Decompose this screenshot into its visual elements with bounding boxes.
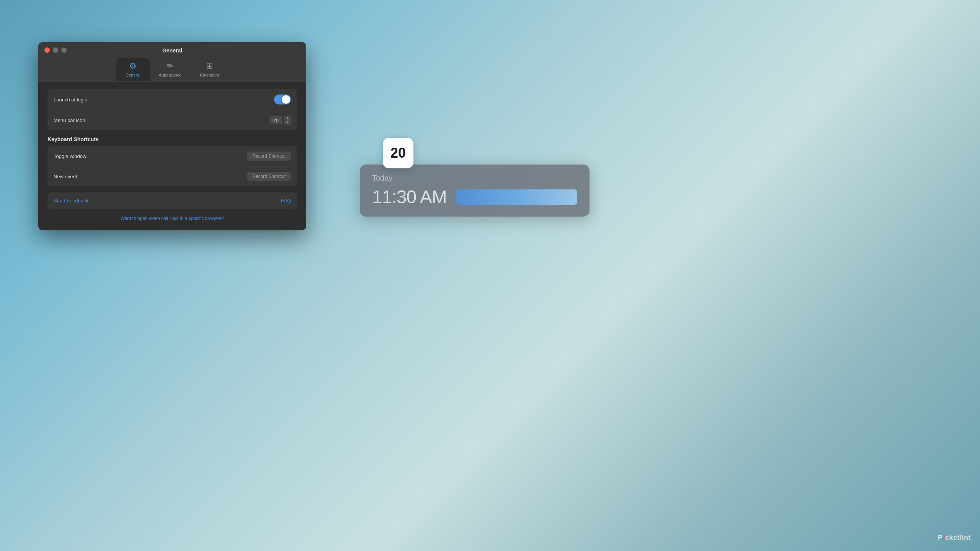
today-widget: Today 11:30 AM	[360, 165, 590, 217]
stepper-arrows[interactable]: ▲ ▼	[284, 116, 291, 125]
stepper-value: 20	[270, 116, 283, 124]
calendar-grid-icon: ⊞	[206, 61, 213, 71]
video-call-link[interactable]: Want to open video call links in a speci…	[47, 214, 297, 223]
calendar-badge: 20	[383, 138, 413, 168]
tab-general-label: General	[126, 73, 140, 77]
stepper-down-arrow[interactable]: ▼	[284, 120, 291, 125]
watermark-p: P	[938, 534, 943, 541]
today-label: Today	[372, 174, 577, 183]
links-section: Send Feedback... FAQ	[47, 192, 297, 209]
tab-appearance[interactable]: ✏ Appearance	[150, 58, 191, 81]
launch-at-login-row: Launch at login	[47, 89, 297, 110]
tab-appearance-label: Appearance	[159, 73, 181, 77]
tab-calendars-label: Calendars	[200, 73, 219, 77]
tab-general[interactable]: ⚙ General	[116, 58, 150, 81]
send-feedback-link[interactable]: Send Feedback...	[54, 198, 93, 204]
toggle-window-label: Toggle window	[54, 153, 86, 159]
general-settings-section: Launch at login Menu bar icon 20 ▲ ▼	[47, 89, 297, 130]
faq-link[interactable]: FAQ	[281, 198, 291, 204]
new-event-record-button[interactable]: Record Shortcut	[247, 172, 291, 181]
watermark-text: cketlint	[945, 534, 971, 541]
badge-number: 20	[390, 145, 406, 161]
watermark: P•cketlint	[938, 534, 971, 542]
toggle-window-row: Toggle window Record Shortcut	[47, 146, 297, 166]
window-content: Launch at login Menu bar icon 20 ▲ ▼ Key…	[38, 82, 306, 230]
menu-bar-icon-stepper[interactable]: 20 ▲ ▼	[270, 116, 291, 125]
menu-bar-icon-label: Menu bar icon	[54, 117, 85, 123]
tab-calendars[interactable]: ⊞ Calendars	[191, 58, 228, 81]
shortcuts-section: Toggle window Record Shortcut New event …	[47, 146, 297, 186]
pencil-icon: ✏	[167, 61, 173, 71]
launch-at-login-label: Launch at login	[54, 97, 87, 103]
toggle-knob	[282, 95, 290, 104]
menu-bar-icon-row: Menu bar icon 20 ▲ ▼	[47, 110, 297, 130]
today-time-row: 11:30 AM	[372, 186, 577, 207]
keyboard-shortcuts-header: Keyboard Shortcuts	[47, 136, 297, 142]
links-row: Send Feedback... FAQ	[47, 192, 297, 209]
today-time: 11:30 AM	[372, 186, 447, 207]
window-title: General	[44, 47, 300, 54]
titlebar: General ⚙ General ✏ Appearance ⊞ Calenda…	[38, 42, 306, 82]
toggle-window-record-button[interactable]: Record Shortcut	[247, 152, 291, 161]
tab-bar: ⚙ General ✏ Appearance ⊞ Calendars	[110, 58, 235, 81]
today-event-bar	[456, 189, 577, 205]
launch-at-login-toggle[interactable]	[274, 95, 291, 104]
settings-window: General ⚙ General ✏ Appearance ⊞ Calenda…	[38, 42, 306, 230]
gear-icon: ⚙	[129, 61, 137, 71]
new-event-row: New event Record Shortcut	[47, 166, 297, 186]
new-event-label: New event	[54, 174, 77, 179]
stepper-up-arrow[interactable]: ▲	[284, 116, 291, 120]
